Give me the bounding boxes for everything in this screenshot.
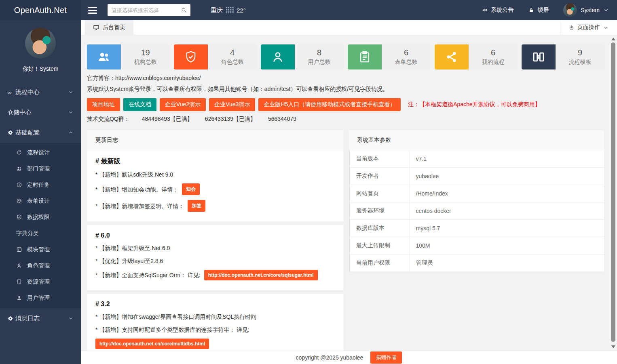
param-label: 服务器环境 xyxy=(349,202,409,220)
tab-dashboard[interactable]: 后台首页 xyxy=(85,20,133,35)
scroll-up-arrow-icon[interactable] xyxy=(611,38,615,40)
chevron-down-icon xyxy=(68,316,74,321)
table-row: 当前版本v7.1 xyxy=(349,150,604,168)
project-site-button[interactable]: 项目地址 xyxy=(87,98,120,111)
monitor-icon xyxy=(93,24,99,31)
sidebar-item-message-log[interactable]: 消息日志 xyxy=(0,308,81,328)
sidebar-item-user-mgmt[interactable]: 用户管理 xyxy=(0,290,81,306)
sidebar-item-scheduled-tasks[interactable]: 定时任务 xyxy=(0,177,81,193)
sidebar-item-dictionary[interactable]: 字典分类 xyxy=(0,225,81,242)
main-area: 后台首页 页面操作 19 机构总数 xyxy=(81,20,617,364)
infinity-icon: ∞ xyxy=(7,89,15,96)
vue2-demo-button[interactable]: 企业Vue2演示 xyxy=(160,98,206,111)
stat-card-roles[interactable]: 4 角色总数 xyxy=(174,44,257,69)
online-docs-button[interactable]: 在线文档 xyxy=(123,98,156,111)
chevron-down-icon xyxy=(68,89,74,95)
log-link-button[interactable]: 知会 xyxy=(182,183,200,195)
person-icon xyxy=(261,44,295,69)
page-actions-dropdown[interactable]: 页面操作 xyxy=(560,20,617,35)
users-icon xyxy=(16,166,23,172)
scroll-down-arrow-icon[interactable] xyxy=(611,345,615,348)
app-logo: OpenAuth.Net xyxy=(0,0,81,20)
log-item: * 【新增】增加在swagger界面查看接口调用时间及SQL执行时间 xyxy=(95,313,335,321)
sidebar-item-role-mgmt[interactable]: 角色管理 xyxy=(0,258,81,274)
sidebar-item-base-config[interactable]: 基础配置 xyxy=(0,122,81,143)
quick-links-row: 项目地址 在线文档 企业Vue2演示 企业Vue3演示 企业版H5入口（请使用移… xyxy=(87,98,604,111)
system-params-table: 当前版本v7.1 开发作者yubaolee 网站首页/Home/Index 服务… xyxy=(349,150,604,272)
stat-card-body: 6 我的流程 xyxy=(469,44,518,69)
param-label: 当前用户权限 xyxy=(349,255,409,272)
lock-screen-button[interactable]: 锁屏 xyxy=(528,6,549,14)
stat-card-body: 19 机构总数 xyxy=(121,44,170,69)
chevron-down-icon xyxy=(603,25,609,31)
stat-card-users[interactable]: 8 用户总数 xyxy=(261,44,344,69)
vertical-scrollbar[interactable] xyxy=(610,36,616,350)
log-link-button[interactable]: http://doc.openauth.net.cn/core/sqlsugar… xyxy=(204,270,318,280)
table-row: 服务器环境centos docker xyxy=(349,202,604,220)
weather-temperature: 22° xyxy=(237,7,246,14)
module-icon xyxy=(16,246,23,253)
sidebar-item-form-design[interactable]: 表单设计 xyxy=(0,193,81,209)
intro-block: 官方博客：http://www.cnblogs.com/yubaolee/ 系统… xyxy=(87,75,604,123)
log-item: * 【新增】全面支持SqlSugar Orm： 详见:http://doc.op… xyxy=(95,270,335,280)
account-note-line: 系统默认System账号登录，可以查看所有权限，如果用其他账号（如：admin/… xyxy=(87,86,604,93)
users-icon xyxy=(87,44,121,69)
log-item: * 【新增】默认sdk升级.Net 9.0 xyxy=(95,170,335,179)
sidebar-item-module-mgmt[interactable]: 模块管理 xyxy=(0,242,81,258)
table-row: 网站首页/Home/Index xyxy=(349,185,604,202)
weather-widget: 重庆 22° xyxy=(211,6,246,14)
search-input[interactable] xyxy=(108,4,190,16)
sidebar-item-department-mgmt[interactable]: 部门管理 xyxy=(0,161,81,177)
log-section-heading: # 6.0 xyxy=(95,232,335,239)
stat-value: 8 xyxy=(317,48,321,57)
stat-label: 表单总数 xyxy=(395,59,418,66)
stat-card-body: 6 表单总数 xyxy=(382,44,431,69)
stat-value: 4 xyxy=(230,48,235,57)
sidebar-item-data-permission[interactable]: 数据权限 xyxy=(0,209,81,225)
chevron-down-icon xyxy=(603,7,609,13)
log-link-button[interactable]: http://doc.openauth.net.cn/core/multidbs… xyxy=(95,339,209,349)
vue3-demo-button[interactable]: 企业Vue3演示 xyxy=(209,98,255,111)
global-search xyxy=(108,4,190,16)
log-item: * 【新增】框架升级至.Net 6.0 xyxy=(95,244,335,252)
stat-card-my-processes[interactable]: 6 我的流程 xyxy=(435,44,518,69)
stat-value: 6 xyxy=(404,48,408,57)
sidebar-item-process-center[interactable]: ∞ 流程中心 xyxy=(0,82,81,102)
log-link-button[interactable]: 加签 xyxy=(188,200,205,212)
columns-icon xyxy=(522,44,556,69)
stat-card-orgs[interactable]: 19 机构总数 xyxy=(87,44,170,69)
sidebar-item-label: 用户管理 xyxy=(27,295,50,302)
stat-card-forms[interactable]: 6 表单总数 xyxy=(348,44,431,69)
greeting-text: 你好！System xyxy=(0,65,81,73)
scrollbar-thumb[interactable] xyxy=(611,42,615,342)
sidebar-item-warehouse-center[interactable]: 仓储中心 xyxy=(0,102,81,122)
stat-card-process-templates[interactable]: 9 流程模板 xyxy=(522,44,604,69)
sidebar-item-label: 角色管理 xyxy=(27,262,50,269)
lock-screen-label: 锁屏 xyxy=(537,6,549,14)
sidebar-item-label: 模块管理 xyxy=(27,246,50,253)
h5-entry-button[interactable]: 企业版H5入口（请使用移动模式或者直接手机查看） xyxy=(258,98,401,111)
log-section-latest: # 最新版 * 【新增】默认sdk升级.Net 9.0 * 【新增】增加知会功能… xyxy=(87,150,344,222)
lock-icon xyxy=(528,7,535,13)
sidebar-item-process-design[interactable]: 流程设计 xyxy=(0,145,81,161)
blog-line: 官方博客：http://www.cnblogs.com/yubaolee/ xyxy=(87,75,604,82)
stat-label: 我的流程 xyxy=(482,59,505,66)
weather-city: 重庆 xyxy=(211,6,223,14)
donate-button[interactable]: 捐赠作者 xyxy=(370,351,402,364)
clock-icon xyxy=(16,182,23,188)
search-icon[interactable] xyxy=(181,7,187,13)
param-label: 网站首页 xyxy=(349,185,409,202)
sidebar-item-label: 部门管理 xyxy=(27,165,50,173)
sidebar-item-resource-mgmt[interactable]: 资源管理 xyxy=(0,274,81,290)
log-section-heading: # 3.2 xyxy=(95,301,335,308)
username: System xyxy=(581,7,600,13)
user-dropdown[interactable]: System xyxy=(563,3,609,17)
chevron-up-icon xyxy=(68,130,74,135)
gear-icon xyxy=(7,316,15,322)
blog-link[interactable]: http://www.cnblogs.com/yubaolee/ xyxy=(115,75,201,81)
announcement-button[interactable]: 系统公告 xyxy=(482,6,513,14)
stat-card-body: 9 流程模板 xyxy=(556,44,604,69)
hamburger-icon[interactable] xyxy=(88,5,97,15)
stat-value: 9 xyxy=(578,48,582,57)
sidebar-item-label: 流程设计 xyxy=(27,149,50,156)
